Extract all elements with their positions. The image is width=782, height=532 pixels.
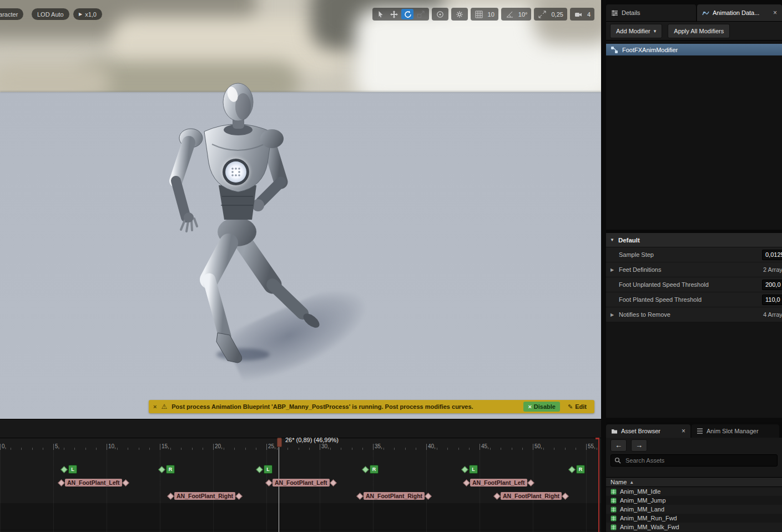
property-row-feet-definitions: ▶ Feet Definitions 2 Array elements [606,262,782,277]
notify-marker[interactable]: R [363,465,379,473]
footplant-label: AN_FootPlant_Right [501,492,562,500]
banner-close-icon[interactable]: × [153,403,157,410]
timeline-panel[interactable]: 0, 5, 10, 15, 20, 25, 30, 35, 40, 45, 50… [0,419,601,532]
timeline-tracks[interactable]: L R L R L R AN_FootPlant_Left [0,450,601,532]
coordinate-system-button[interactable] [434,9,446,19]
world-snap-group [432,8,448,21]
camera-speed-button[interactable] [572,9,584,19]
footplant-right-notify[interactable]: AN_FootPlant_Right [167,492,243,500]
scale-snap-toggle[interactable] [536,9,548,19]
sort-asc-icon: ▲ [629,480,634,485]
lod-menu-pill[interactable]: LOD Auto [32,8,69,20]
footplant-left-notify[interactable]: AN_FootPlant_Left [58,478,129,487]
camera-speed-value[interactable]: 4 [586,11,592,18]
grid-snap-value[interactable]: 10 [486,11,496,18]
back-button[interactable]: ← [611,439,627,452]
animation-data-panel: Details Animation Data... × Add Modifier… [606,0,782,418]
camera-icon [574,11,582,18]
asset-name: Anim_MM_Idle [620,488,660,495]
track-row[interactable] [0,503,601,517]
grid-snap-icon [475,11,483,18]
footplant-label: AN_FootPlant_Left [273,479,330,487]
notify-marker[interactable]: R [569,465,585,473]
surface-snap-group [451,8,468,21]
tab-close-icon[interactable]: × [678,427,685,435]
playback-speed-pill[interactable]: ▶ x1,0 [73,8,102,20]
scale-snap-value[interactable]: 0,25 [549,11,564,18]
edit-button[interactable]: ✎ Edit [564,403,590,411]
modifier-list[interactable]: FootFXAnimModifier [606,40,782,230]
asset-nav-bar: ← → [606,438,782,453]
name-column-header[interactable]: Name ▲ [606,477,782,487]
apply-all-modifiers-button[interactable]: Apply All Modifiers [668,24,730,38]
character-menu-pill[interactable]: Character [0,8,23,20]
expander-icon[interactable]: ▶ [611,267,614,272]
modifier-row-selected[interactable]: FootFXAnimModifier [606,44,782,55]
scale-tool-button[interactable] [415,9,427,19]
asset-row[interactable]: Anim_MM_Run_Fwd [606,514,782,523]
notify-marker[interactable]: L [257,465,273,473]
footplant-left-notify[interactable]: AN_FootPlant_Left [463,478,534,487]
expander-icon[interactable]: ▶ [611,312,614,317]
asset-row[interactable]: Anim_MM_Idle [606,487,782,496]
rotate-tool-button[interactable] [401,9,413,19]
move-tool-button[interactable] [388,9,400,19]
warning-text: Post process Animation Blueprint 'ABP_Ma… [171,403,473,410]
playhead-handle[interactable] [277,438,282,447]
rotation-snap-group[interactable]: 10° [501,8,532,21]
property-value-field[interactable]: 0,0125 [762,250,782,260]
footplant-label: AN_FootPlant_Right [174,492,235,500]
category-header-default[interactable]: ▼ Default [606,233,782,247]
track-row[interactable] [0,516,601,530]
property-value-field[interactable]: 110,0 [762,295,782,305]
footplant-left-notify[interactable]: AN_FootPlant_Left [265,478,337,487]
notify-marker[interactable]: L [62,465,77,473]
footplant-right-notify[interactable]: AN_FootPlant_Right [356,492,432,500]
asset-row[interactable]: Anim_MM_Jump [606,496,782,505]
disable-button[interactable]: × Disable [523,402,560,412]
notify-diamond-icon [158,466,165,473]
plant-diamond-icon [330,479,337,487]
tab-animation-data-label: Animation Data... [713,9,759,16]
footplant-right-notify[interactable]: AN_FootPlant_Right [493,492,569,500]
character-model[interactable] [154,79,332,378]
notify-marker[interactable]: L [462,465,478,473]
grid-snap-toggle[interactable] [473,9,485,19]
tab-animation-data[interactable]: Animation Data... × [697,4,782,21]
tab-asset-browser[interactable]: Asset Browser × [606,424,690,438]
camera-speed-group[interactable]: 4 [570,8,594,21]
asset-row[interactable]: Anim_MM_Land [606,505,782,514]
select-tool-button[interactable] [375,9,387,19]
property-value-text: 4 Array elements [763,307,782,322]
plant-diamond-icon [356,493,364,500]
rotation-snap-value[interactable]: 10° [517,11,529,18]
asset-row[interactable]: Anim_MM_Walk_Fwd [606,523,782,531]
grid-snap-group[interactable]: 10 [471,8,498,21]
expander-expanded-icon[interactable]: ▼ [610,237,614,242]
add-modifier-button[interactable]: Add Modifier ▾ [610,24,662,38]
playhead-line[interactable] [279,445,279,532]
tab-anim-slot-manager[interactable]: Anim Slot Manager [692,424,779,438]
tab-close-icon[interactable]: × [770,9,777,17]
surface-snapping-button[interactable] [453,9,466,19]
scale-snap-group[interactable]: 0,25 [534,8,567,21]
notify-marker[interactable]: R [159,465,175,473]
plant-diamond-icon [122,479,129,487]
asset-search-box[interactable] [611,454,778,467]
forward-button[interactable]: → [631,439,647,452]
search-input[interactable] [624,457,774,464]
property-value-field[interactable]: 200,0 [762,280,782,290]
track-row[interactable] [0,450,601,464]
tab-details[interactable]: Details [606,4,696,21]
tab-details-label: Details [622,9,640,16]
rotation-snap-toggle[interactable] [503,9,516,19]
plant-diamond-icon [463,479,470,487]
details-icon [611,9,618,17]
modifier-name: FootFXAnimModifier [622,47,678,53]
timeline-ruler[interactable]: 0, 5, 10, 15, 20, 25, 30, 35, 40, 45, 50… [0,438,601,450]
playback-speed-label: x1,0 [85,11,97,18]
viewport-3d[interactable]: Character LOD Auto ▶ x1,0 [0,0,601,419]
asset-list: Anim_MM_Idle Anim_MM_Jump Anim_MM_Land [606,487,782,532]
track-row-notifies[interactable] [0,463,601,477]
ruler-label: 5, [55,443,59,449]
